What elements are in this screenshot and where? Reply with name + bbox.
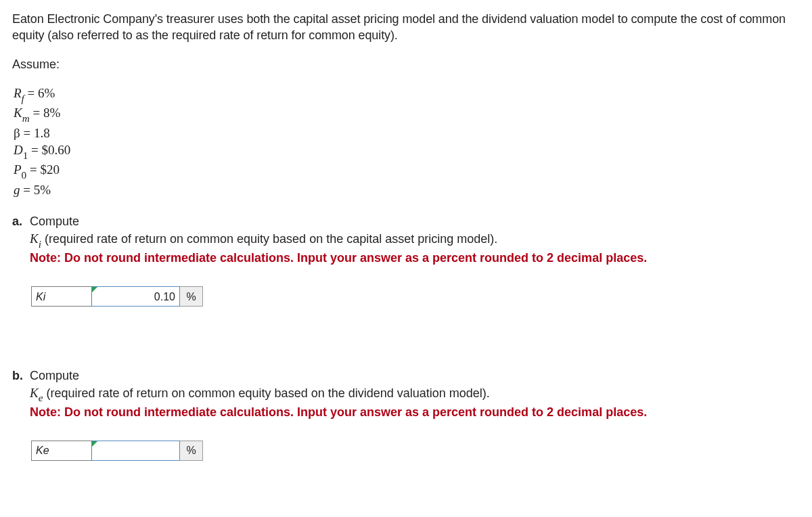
qb-description: (required rate of return on common equit… xyxy=(43,386,489,400)
assumption-p0: P0 = $20 xyxy=(14,161,800,181)
assumption-g: g = 5% xyxy=(14,181,800,199)
qa-compute: Compute xyxy=(30,215,79,228)
km-value: 8% xyxy=(43,106,60,120)
d1-value: $0.60 xyxy=(42,143,71,157)
qa-percent-unit: % xyxy=(180,286,203,307)
qb-answer-area: Ke % xyxy=(31,441,800,461)
assumption-d1: D1 = $0.60 xyxy=(14,141,800,161)
assumptions-list: Rf = 6% Km = 8% β = 1.8 D1 = $0.60 P0 = … xyxy=(14,85,800,199)
qb-compute: Compute xyxy=(30,369,79,382)
qa-letter: a. xyxy=(12,213,30,266)
qa-answer-input[interactable]: 0.10 xyxy=(92,286,180,307)
g-value: 5% xyxy=(34,183,51,197)
question-a: a. Compute Ki (required rate of return o… xyxy=(12,213,800,266)
assumption-rf: Rf = 6% xyxy=(14,85,800,104)
assume-heading: Assume: xyxy=(12,56,800,72)
assumption-beta: β = 1.8 xyxy=(14,125,800,142)
qb-variable: Ke xyxy=(30,386,43,400)
question-b: b. Compute Ke (required rate of return o… xyxy=(12,367,800,420)
rf-value: 6% xyxy=(38,86,55,100)
qa-answer-area: Ki 0.10 % xyxy=(31,286,800,307)
qa-answer-value: 0.10 xyxy=(154,290,175,305)
edited-indicator-icon xyxy=(92,287,97,292)
beta-value: 1.8 xyxy=(34,126,50,140)
assumption-km: Km = 8% xyxy=(14,104,800,124)
problem-intro: Eaton Electronic Company's treasurer use… xyxy=(12,11,800,44)
qa-variable: Ki xyxy=(30,231,41,246)
qb-note: Note: Do not round intermediate calculat… xyxy=(30,405,647,419)
qa-description: (required rate of return on common equit… xyxy=(41,232,497,246)
p0-value: $20 xyxy=(40,162,60,177)
qb-answer-label: Ke xyxy=(31,441,92,461)
edited-indicator-icon xyxy=(92,441,97,447)
qa-note: Note: Do not round intermediate calculat… xyxy=(30,251,647,265)
qb-percent-unit: % xyxy=(180,441,203,461)
qa-answer-label: Ki xyxy=(31,286,92,307)
qb-answer-input[interactable] xyxy=(92,441,180,461)
qb-letter: b. xyxy=(12,367,30,420)
